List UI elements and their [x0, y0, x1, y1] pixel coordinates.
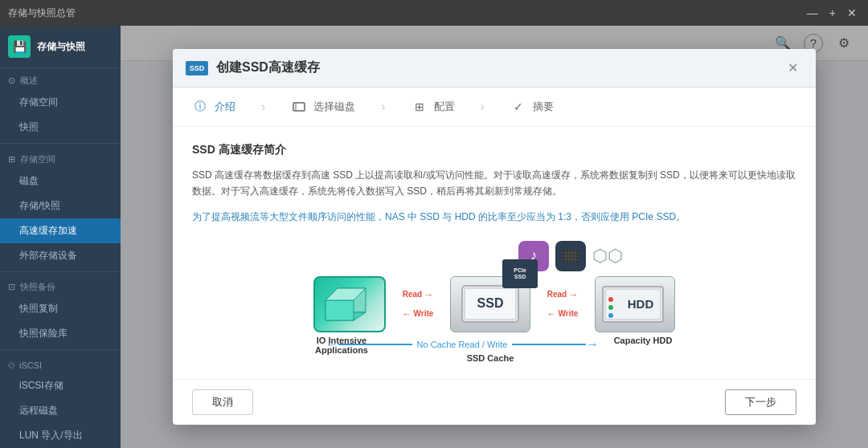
sidebar-logo: 💾 存储与快照 [0, 26, 121, 68]
write-label: Write [414, 309, 434, 318]
arrow-write-ssd-hdd: ← Write [530, 309, 595, 319]
arrow-ssd-hdd: Read → ← Write [530, 290, 595, 319]
dialog-footer: 取消 下一步 [173, 379, 816, 425]
no-cache-arrow-right: → [586, 337, 599, 352]
sidebar-divider-1 [0, 143, 121, 144]
svg-rect-0 [293, 103, 305, 111]
next-button[interactable]: 下一步 [725, 389, 796, 415]
step-divider-1: › [261, 100, 265, 114]
write-arrow-left: ← [403, 309, 412, 319]
dialog: SSD 创建SSD高速缓存 ✕ ⓘ 介绍 › [173, 49, 816, 425]
step-select-disk[interactable]: 选择磁盘 [291, 99, 355, 115]
diagram-boxes-row: Read → ← Write [208, 276, 780, 332]
sidebar-logo-text: 存储与快照 [37, 40, 85, 54]
arrow-write-bottom: ← Write [386, 309, 450, 319]
dialog-body: SSD 高速缓存简介 SSD 高速缓存将数据缓存到高速 SSD 上以提高读取和/… [173, 127, 816, 379]
steps-bar: ⓘ 介绍 › 选择磁盘 › ⊞ 配置 [173, 88, 816, 127]
cubes-icon: ⬡⬡ [592, 241, 623, 271]
sidebar-divider-3 [0, 349, 121, 350]
dialog-header-icon: SSD [186, 61, 208, 75]
no-cache-text: No Cache Read / Write [412, 340, 513, 349]
step-select-disk-icon [291, 99, 307, 115]
sidebar-item-iscsi-storage[interactable]: iSCSI存储 [0, 373, 121, 398]
step-config[interactable]: ⊞ 配置 [411, 99, 455, 115]
step-summary[interactable]: ✓ 摘要 [510, 99, 554, 115]
title-bar-controls: — + ✕ [804, 6, 860, 19]
storage-section-icon: ⊞ [8, 154, 15, 165]
hdd-label: Capacity HDD [603, 336, 683, 345]
dialog-header-left: SSD 创建SSD高速缓存 [186, 59, 320, 76]
step-intro-label: 介绍 [215, 100, 235, 114]
sidebar-item-external[interactable]: 外部存储设备 [0, 243, 121, 268]
title-bar: 存储与快照总管 — + ✕ [0, 0, 868, 26]
app-title: 存储与快照总管 [8, 6, 76, 20]
snapbackup-label: 快照备份 [20, 281, 55, 293]
bottom-section: IO Intensive Applications ← No [208, 336, 780, 363]
iscsi-icon: ◇ [8, 360, 14, 370]
sidebar-item-snapshot[interactable]: 快照 [0, 115, 121, 140]
diagram: ♪ ⬡⬡ [192, 241, 796, 363]
section-title: SSD 高速缓存简介 [192, 143, 796, 157]
sidebar-item-remote-disk[interactable]: 远程磁盘 [0, 398, 121, 423]
cancel-button[interactable]: 取消 [192, 389, 253, 415]
ssd-block: PCIeSSD SSD [450, 276, 530, 332]
arrow-io-ssd: Read → ← Write [386, 290, 450, 319]
sidebar-divider-2 [0, 271, 121, 272]
ssd-box: PCIeSSD SSD [450, 276, 530, 332]
capacity-hdd-label: Capacity HDD [603, 336, 683, 345]
hdd-box: HDD [595, 276, 675, 332]
svg-point-22 [608, 313, 613, 318]
sidebar-item-snap-copy[interactable]: 快照复制 [0, 296, 121, 321]
close-button[interactable]: ✕ [844, 6, 860, 19]
step-summary-icon: ✓ [510, 99, 526, 115]
description-text: SSD 高速缓存将数据缓存到高速 SSD 上以提高读取和/或写访问性能。对于读取… [192, 167, 796, 200]
sidebar: 💾 存储与快照 ⊙ 概述 存储空间 快照 ⊞ 存储空间 磁盘 存储/快照 高速缓… [0, 26, 121, 448]
sidebar-section-overview[interactable]: ⊙ 概述 [0, 68, 121, 90]
no-cache-arrow-container: ← No Cache Read / Write → [326, 337, 599, 352]
title-bar-left: 存储与快照总管 [8, 6, 76, 20]
sidebar-item-disk[interactable]: 磁盘 [0, 169, 121, 193]
arrow-read-ssd-hdd: Read → [530, 290, 595, 299]
arrow-read-top: Read → [386, 290, 450, 299]
step-divider-2: › [381, 100, 385, 114]
app-icons-row: ♪ ⬡⬡ [208, 241, 780, 271]
pcie-chip: PCIeSSD [502, 259, 538, 288]
svg-text:SSD: SSD [477, 296, 504, 310]
step-divider-3: › [481, 100, 485, 114]
step-config-icon: ⊞ [411, 99, 428, 115]
sidebar-logo-icon: 💾 [8, 35, 31, 58]
maximize-button[interactable]: + [826, 6, 839, 19]
io-box [313, 276, 386, 332]
step-intro[interactable]: ⓘ 介绍 [192, 99, 235, 115]
dialog-close-button[interactable]: ✕ [783, 59, 803, 77]
no-cache-arrow-left: ← [326, 337, 338, 352]
iscsi-label: iSCSI [19, 360, 42, 370]
svg-text:HDD: HDD [628, 297, 654, 311]
svg-marker-13 [326, 300, 354, 320]
sidebar-section-iscsi[interactable]: ◇ iSCSI [0, 353, 121, 373]
sidebar-item-cache[interactable]: 高速缓存加速 [0, 218, 121, 243]
svg-point-20 [608, 297, 613, 302]
io-box-inner [321, 284, 378, 324]
sidebar-item-snap-vault[interactable]: 快照保险库 [0, 321, 121, 346]
no-cache-line [338, 344, 412, 345]
sidebar-section-snapbackup[interactable]: ⊡ 快照备份 [0, 275, 121, 296]
sidebar-item-lun[interactable]: LUN 导入/导出 [0, 423, 121, 448]
dialog-overlay: SSD 创建SSD高速缓存 ✕ ⓘ 介绍 › [121, 26, 868, 448]
sidebar-section-storage[interactable]: ⊞ 存储空间 [0, 147, 121, 169]
step-summary-label: 摘要 [533, 100, 554, 114]
minimize-button[interactable]: — [804, 6, 821, 19]
overview-label: 概述 [20, 75, 38, 87]
io-block [313, 276, 386, 332]
dialog-title: 创建SSD高速缓存 [216, 59, 320, 76]
read-arrow-right: → [424, 290, 433, 299]
step-intro-icon: ⓘ [192, 99, 208, 115]
video-app-icon [555, 241, 586, 271]
svg-point-21 [608, 305, 613, 310]
write-arrow-left-2: ← [547, 309, 557, 319]
step-config-label: 配置 [434, 100, 455, 114]
sidebar-item-storage-snap[interactable]: 存储/快照 [0, 193, 121, 218]
read-arrow-right-2: → [568, 290, 578, 299]
sidebar-item-storage-space[interactable]: 存储空间 [0, 90, 121, 115]
app-content: 💾 存储与快照 ⊙ 概述 存储空间 快照 ⊞ 存储空间 磁盘 存储/快照 高速缓… [0, 26, 868, 448]
